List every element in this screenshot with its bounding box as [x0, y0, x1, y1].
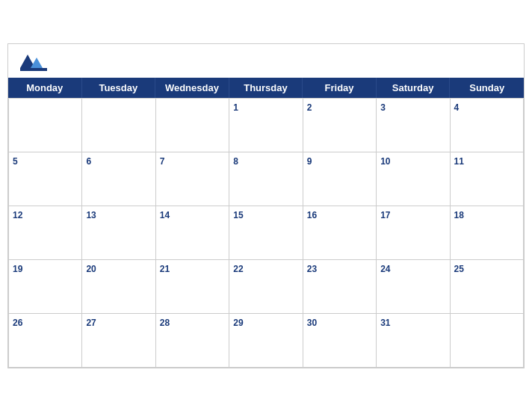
cell-number: 27	[86, 317, 151, 330]
cell-number: 29	[233, 317, 298, 330]
calendar-cell	[156, 99, 229, 152]
calendar-cell: 13	[82, 206, 155, 260]
calendar-cell: 14	[156, 206, 229, 260]
calendar-cell: 22	[229, 260, 303, 314]
svg-rect-2	[20, 68, 47, 71]
cell-number: 26	[13, 317, 78, 330]
day-header-wednesday: Wednesday	[155, 78, 229, 98]
calendar-cell: 31	[377, 314, 450, 368]
logo-icon	[20, 52, 47, 72]
calendar-cell: 21	[156, 260, 229, 314]
calendar-cell: 23	[303, 260, 377, 314]
cell-number: 17	[380, 209, 445, 222]
calendar-cell	[451, 314, 524, 368]
cell-number: 6	[86, 155, 151, 168]
calendar-cell: 3	[377, 99, 450, 152]
calendar-cell: 8	[229, 152, 303, 206]
logo-area	[20, 52, 47, 73]
calendar-cell: 6	[82, 152, 155, 206]
cell-number: 21	[160, 263, 225, 276]
cell-number: 11	[454, 155, 519, 168]
day-header-monday: Monday	[8, 78, 82, 98]
cell-number: 7	[160, 155, 225, 168]
calendar-cell: 12	[9, 206, 82, 260]
calendar-cell: 7	[156, 152, 229, 206]
calendar-grid: 1234567891011121314151617181920212223242…	[8, 98, 524, 368]
cell-number: 5	[13, 155, 78, 168]
cell-number: 23	[307, 263, 372, 276]
cell-number: 10	[380, 155, 445, 168]
calendar-header	[8, 44, 524, 78]
day-header-thursday: Thursday	[229, 78, 303, 98]
calendar-cell: 25	[451, 260, 524, 314]
svg-marker-1	[31, 58, 43, 68]
calendar-cell: 20	[82, 260, 155, 314]
cell-number: 20	[86, 263, 151, 276]
calendar-cell: 18	[451, 206, 524, 260]
cell-number: 16	[307, 209, 372, 222]
day-header-friday: Friday	[303, 78, 377, 98]
cell-number: 2	[307, 102, 372, 114]
calendar-cell: 28	[156, 314, 229, 368]
cell-number: 24	[380, 263, 445, 276]
day-header-saturday: Saturday	[377, 78, 451, 98]
cell-number: 15	[233, 209, 298, 222]
cell-number: 8	[233, 155, 298, 168]
cell-number: 19	[13, 263, 78, 276]
calendar-cell: 24	[377, 260, 450, 314]
day-header-tuesday: Tuesday	[82, 78, 156, 98]
calendar-cell: 11	[451, 152, 524, 206]
calendar-cell: 4	[451, 99, 524, 152]
calendar-cell: 9	[303, 152, 377, 206]
cell-number: 28	[160, 317, 225, 330]
calendar-cell	[9, 99, 82, 152]
cell-number: 18	[454, 209, 519, 222]
cell-number: 3	[380, 102, 445, 114]
calendar-cell: 30	[303, 314, 377, 368]
calendar-cell: 17	[377, 206, 450, 260]
calendar-cell: 26	[9, 314, 82, 368]
cell-number: 13	[86, 209, 151, 222]
calendar-cell: 10	[377, 152, 450, 206]
cell-number: 22	[233, 263, 298, 276]
cell-number: 1	[233, 102, 298, 114]
cell-number: 9	[307, 155, 372, 168]
cell-number: 30	[307, 317, 372, 330]
calendar-cell	[82, 99, 155, 152]
cell-number: 14	[160, 209, 225, 222]
calendar-cell: 27	[82, 314, 155, 368]
cell-number: 12	[13, 209, 78, 222]
calendar-cell: 16	[303, 206, 377, 260]
calendar-cell: 1	[229, 99, 303, 152]
calendar-cell: 5	[9, 152, 82, 206]
calendar-cell: 29	[229, 314, 303, 368]
cell-number: 31	[380, 317, 445, 330]
calendar-cell: 2	[303, 99, 377, 152]
calendar: MondayTuesdayWednesdayThursdayFridaySatu…	[7, 43, 525, 368]
calendar-cell: 19	[9, 260, 82, 314]
day-header-sunday: Sunday	[450, 78, 524, 98]
day-headers: MondayTuesdayWednesdayThursdayFridaySatu…	[8, 78, 524, 98]
calendar-cell: 15	[229, 206, 303, 260]
cell-number: 25	[454, 263, 519, 276]
cell-number: 4	[454, 102, 519, 114]
